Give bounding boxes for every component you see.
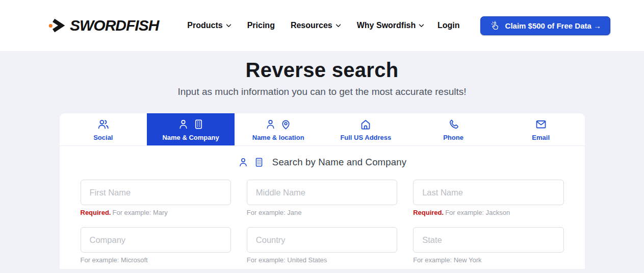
swordfish-logo[interactable]: SWORDFISH xyxy=(48,17,159,34)
nav-resources[interactable]: Resources xyxy=(291,21,341,30)
company-input[interactable] xyxy=(81,227,231,253)
required-label: Required. xyxy=(81,209,111,216)
last-name-field: Required.For example: Jackson xyxy=(413,180,563,216)
first-name-input[interactable] xyxy=(81,180,231,205)
page-subtitle: Input as much information you can to get… xyxy=(0,86,644,97)
nav-why-swordfish[interactable]: Why Swordfish xyxy=(357,21,425,30)
form-grid: Required.For example: Mary For example: … xyxy=(81,180,564,264)
nav-pricing[interactable]: Pricing xyxy=(247,21,275,30)
tab-name-company[interactable]: Name & Company xyxy=(147,113,235,145)
nav-products[interactable]: Products xyxy=(187,21,231,30)
required-label: Required. xyxy=(413,209,444,216)
last-name-input[interactable] xyxy=(413,180,563,205)
country-field: For example: United States xyxy=(247,227,397,264)
tab-label: Name & location xyxy=(252,134,304,141)
state-input[interactable] xyxy=(413,227,563,253)
form-heading-text: Search by Name and Company xyxy=(272,157,406,168)
people-icon xyxy=(97,118,110,131)
example-text: For example: Microsoft xyxy=(81,256,148,264)
middle-name-input[interactable] xyxy=(247,180,397,205)
name-company-form: Search by Name and Company Required.For … xyxy=(60,146,585,273)
tab-label: Social xyxy=(93,134,113,141)
tab-label: Email xyxy=(532,134,550,141)
swordfish-wordmark: SWORDFISH xyxy=(70,17,159,34)
form-heading: Search by Name and Company xyxy=(81,157,564,168)
building-icon xyxy=(253,157,265,168)
first-name-field: Required.For example: Mary xyxy=(81,180,231,216)
country-helper: For example: United States xyxy=(247,256,397,264)
person-icon xyxy=(177,118,189,130)
tab-email[interactable]: Email xyxy=(497,113,585,145)
login-link[interactable]: Login xyxy=(437,21,460,30)
location-pin-icon xyxy=(280,118,292,130)
tab-name-location[interactable]: Name & location xyxy=(235,113,322,145)
chevron-down-icon xyxy=(336,24,341,28)
chevron-down-icon xyxy=(226,24,231,28)
top-navbar: SWORDFISH Products Pricing Resources Why… xyxy=(0,0,644,51)
mail-icon xyxy=(535,118,547,131)
example-text: For example: Jane xyxy=(247,209,302,216)
country-input[interactable] xyxy=(247,227,397,253)
example-text: For example: New York xyxy=(413,256,481,264)
example-text: For example: Mary xyxy=(112,209,167,216)
tap-click-icon xyxy=(490,20,500,31)
middle-name-helper: For example: Jane xyxy=(247,209,397,216)
last-name-helper: Required.For example: Jackson xyxy=(413,209,563,216)
home-icon xyxy=(359,118,372,131)
hero-section: Reverse search Input as much information… xyxy=(0,51,644,97)
building-icon xyxy=(193,118,204,130)
tab-label: Full US Address xyxy=(340,134,391,141)
company-helper: For example: Microsoft xyxy=(81,256,231,264)
tab-label: Phone xyxy=(443,134,463,141)
tab-label: Name & Company xyxy=(162,134,219,141)
claim-free-data-label: Claim $500 of Free Data → xyxy=(505,21,601,30)
tab-social[interactable]: Social xyxy=(60,113,147,145)
page-title: Reverse search xyxy=(0,59,644,82)
person-icon xyxy=(265,118,276,130)
tab-phone[interactable]: Phone xyxy=(409,113,497,145)
swordfish-logo-icon xyxy=(48,17,65,34)
claim-free-data-button[interactable]: Claim $500 of Free Data → xyxy=(480,16,610,35)
state-field: For example: New York xyxy=(413,227,563,264)
phone-icon xyxy=(448,118,459,131)
middle-name-field: For example: Jane xyxy=(247,180,397,216)
company-field: For example: Microsoft xyxy=(81,227,231,264)
chevron-down-icon xyxy=(419,24,424,28)
person-icon xyxy=(238,157,249,168)
example-text: For example: Jackson xyxy=(445,209,510,216)
reverse-search-card: Social Name xyxy=(60,113,585,269)
example-text: For example: United States xyxy=(247,256,327,264)
tab-full-us-address[interactable]: Full US Address xyxy=(322,113,410,145)
main-nav: Products Pricing Resources Why Swordfish xyxy=(187,21,424,30)
state-helper: For example: New York xyxy=(413,256,563,264)
search-tab-bar: Social Name xyxy=(60,113,585,146)
first-name-helper: Required.For example: Mary xyxy=(81,209,231,216)
